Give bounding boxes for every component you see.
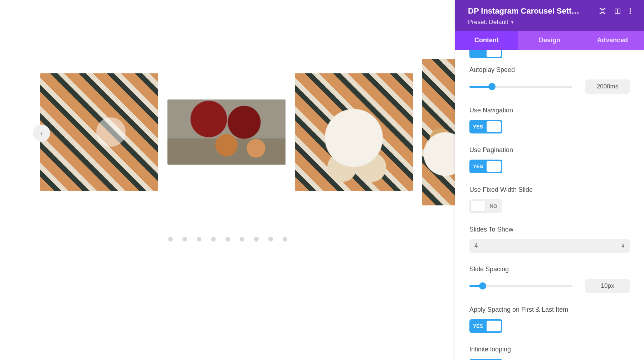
pagination-dot[interactable] (254, 237, 259, 242)
caret-down-icon: ▼ (510, 20, 514, 24)
responsive-icon[interactable] (614, 8, 621, 14)
pagination-dot[interactable] (168, 237, 173, 242)
more-icon[interactable] (629, 8, 631, 14)
tab-advanced[interactable]: Advanced (581, 31, 644, 50)
pagination-dot[interactable] (211, 237, 216, 242)
carousel-slide[interactable] (422, 59, 455, 205)
slide-spacing-slider[interactable] (469, 285, 572, 287)
select-value: 4 (474, 242, 478, 249)
svg-point-3 (630, 8, 631, 10)
carousel-pagination (0, 237, 455, 242)
autoplay-speed-input[interactable] (585, 79, 630, 94)
autoplay-speed-slider[interactable] (469, 86, 572, 88)
slides-to-show-select[interactable]: 4 ▲▼ (469, 239, 630, 253)
slide-image (40, 73, 158, 191)
svg-point-4 (630, 10, 631, 12)
toggle-yes-label: YES (473, 164, 483, 169)
toggle-no-label: NO (490, 203, 497, 209)
pagination-dot[interactable] (197, 237, 201, 242)
pagination-dot[interactable] (268, 237, 273, 242)
use-pagination-toggle[interactable]: YES (469, 160, 502, 173)
settings-scroll-area[interactable]: Autoplay Speed Use Navigation YES Use Pa… (455, 50, 644, 360)
slider-thumb[interactable] (488, 83, 496, 90)
panel-title: DP Instagram Carousel Sett… (468, 6, 579, 16)
toggle-knob (487, 321, 501, 331)
carousel (0, 59, 455, 205)
pagination-dot[interactable] (240, 237, 244, 242)
autoplay-toggle-partial[interactable] (469, 50, 502, 58)
select-arrows-icon: ▲▼ (621, 243, 625, 248)
use-navigation-label: Use Navigation (469, 107, 630, 114)
settings-tabs: Content Design Advanced (455, 31, 644, 50)
slide-image (295, 73, 413, 191)
apply-spacing-label: Apply Spacing on First & Last Item (469, 306, 570, 313)
toggle-yes-label: YES (473, 124, 483, 130)
svg-point-5 (630, 13, 631, 14)
expand-icon[interactable] (599, 8, 606, 14)
preset-label: Preset: Default (468, 19, 508, 26)
settings-sidebar: DP Instagram Carousel Sett… Preset: Defa… (455, 0, 644, 360)
slides-to-show-label: Slides To Show (469, 226, 630, 233)
toggle-knob (487, 50, 501, 57)
slider-thumb[interactable] (479, 282, 486, 290)
slide-image (167, 99, 286, 165)
slide-spacing-input[interactable] (585, 279, 630, 293)
toggle-knob (471, 201, 485, 211)
preview-canvas: ‹ (0, 0, 455, 360)
toggle-knob (487, 161, 501, 172)
use-pagination-label: Use Pagination (469, 146, 630, 154)
toggle-yes-label: YES (473, 323, 483, 329)
carousel-prev-button[interactable]: ‹ (33, 125, 50, 142)
use-navigation-toggle[interactable]: YES (469, 120, 502, 133)
infinite-looping-label: Infinite looping (469, 346, 630, 353)
chevron-left-icon: ‹ (40, 129, 43, 137)
apply-spacing-toggle[interactable]: YES (469, 319, 502, 333)
preset-selector[interactable]: Preset: Default ▼ (468, 19, 631, 26)
use-fixed-width-toggle[interactable]: NO (469, 199, 502, 213)
slide-image (422, 59, 455, 205)
sidebar-header: DP Instagram Carousel Sett… Preset: Defa… (455, 0, 644, 31)
use-fixed-width-label: Use Fixed Width Slide (469, 186, 630, 194)
tab-design[interactable]: Design (518, 31, 581, 50)
pagination-dot[interactable] (225, 237, 230, 242)
tab-content[interactable]: Content (455, 31, 518, 50)
pagination-dot[interactable] (182, 237, 187, 242)
pagination-dot[interactable] (283, 237, 287, 242)
carousel-slide[interactable] (295, 73, 413, 191)
carousel-slide[interactable] (40, 73, 158, 191)
carousel-slide[interactable] (167, 99, 286, 165)
toggle-knob (487, 121, 501, 132)
svg-rect-0 (601, 10, 604, 13)
slide-spacing-label: Slide Spacing (469, 266, 630, 273)
autoplay-speed-label: Autoplay Speed (469, 66, 630, 74)
